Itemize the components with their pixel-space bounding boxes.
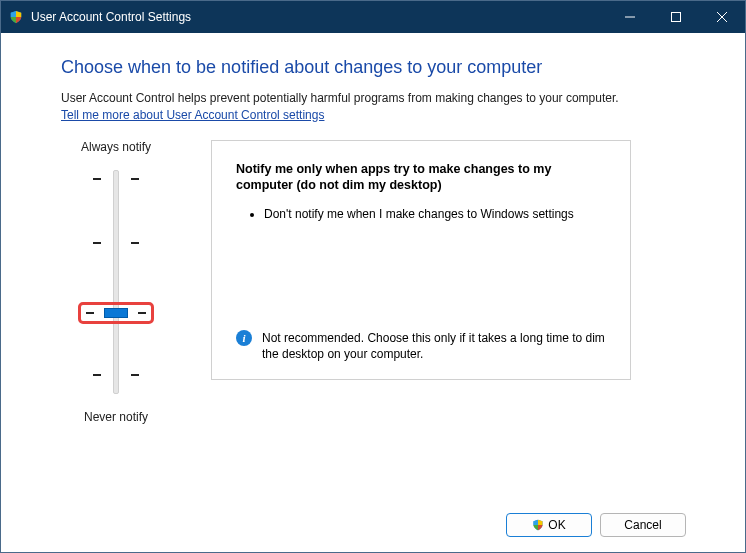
ok-button-label: OK bbox=[548, 518, 565, 532]
panel-title: Notify me only when apps try to make cha… bbox=[236, 161, 606, 195]
slider-tick bbox=[93, 242, 101, 244]
close-icon bbox=[717, 12, 727, 22]
shield-icon bbox=[532, 519, 544, 531]
info-icon: i bbox=[236, 330, 252, 346]
title-bar: User Account Control Settings bbox=[1, 1, 745, 33]
slider-tick bbox=[93, 178, 101, 180]
notification-slider[interactable] bbox=[61, 162, 171, 402]
slider-track bbox=[113, 170, 119, 394]
page-heading: Choose when to be notified about changes… bbox=[61, 57, 685, 78]
cancel-button[interactable]: Cancel bbox=[600, 513, 686, 537]
maximize-button[interactable] bbox=[653, 1, 699, 33]
slider-tick bbox=[131, 374, 139, 376]
slider-thumb[interactable] bbox=[104, 308, 128, 318]
slider-thumb-highlight bbox=[78, 302, 154, 324]
intro-description: User Account Control helps prevent poten… bbox=[61, 91, 619, 105]
slider-top-label: Always notify bbox=[61, 140, 171, 154]
svg-rect-0 bbox=[672, 13, 681, 22]
close-button[interactable] bbox=[699, 1, 745, 33]
slider-tick bbox=[131, 242, 139, 244]
maximize-icon bbox=[671, 12, 681, 22]
minimize-icon bbox=[625, 12, 635, 22]
minimize-button[interactable] bbox=[607, 1, 653, 33]
cancel-button-label: Cancel bbox=[624, 518, 661, 532]
slider-bottom-label: Never notify bbox=[61, 410, 171, 424]
recommendation-text: Not recommended. Choose this only if it … bbox=[262, 330, 606, 362]
slider-tick bbox=[131, 178, 139, 180]
shield-icon bbox=[9, 10, 23, 24]
description-panel: Notify me only when apps try to make cha… bbox=[211, 140, 631, 380]
window-title: User Account Control Settings bbox=[31, 10, 607, 24]
panel-bullet: Don't notify me when I make changes to W… bbox=[264, 206, 606, 223]
ok-button[interactable]: OK bbox=[506, 513, 592, 537]
panel-bullet-list: Don't notify me when I make changes to W… bbox=[236, 206, 606, 223]
slider-tick bbox=[93, 374, 101, 376]
learn-more-link[interactable]: Tell me more about User Account Control … bbox=[61, 108, 324, 122]
intro-text: User Account Control helps prevent poten… bbox=[61, 90, 685, 124]
